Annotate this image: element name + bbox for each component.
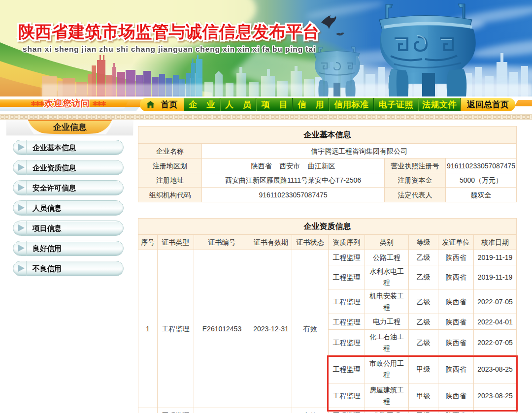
svg-text:欢迎您访问: 欢迎您访问	[44, 98, 90, 108]
svg-text:陕西省建筑市场监管与诚信信息发布平台: 陕西省建筑市场监管与诚信信息发布平台	[18, 22, 319, 41]
svg-text:shan xi sheng jian zhu shi cha: shan xi sheng jian zhu shi chang jiangua…	[23, 45, 315, 53]
svg-text:企业信息: 企业信息	[53, 123, 87, 132]
